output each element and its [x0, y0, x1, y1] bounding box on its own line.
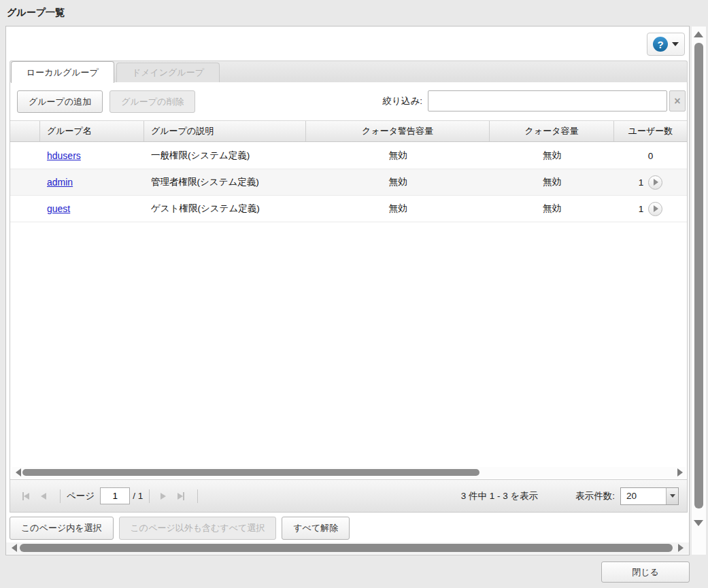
last-page-button — [173, 489, 188, 504]
filter-group: 絞り込み: × — [383, 90, 686, 111]
scrollbar-thumb[interactable] — [20, 544, 673, 552]
per-page-value: 20 — [626, 491, 637, 501]
per-page-select[interactable]: 20 — [620, 487, 679, 505]
next-page-button — [156, 489, 171, 504]
group-description: 一般権限(システム定義) — [144, 150, 306, 162]
selection-buttons: このページ内を選択 このページ以外も含むすべて選択 すべて解除 — [10, 517, 350, 540]
table-row: hdusers 一般権限(システム定義) 無効 無効 0 — [10, 143, 687, 169]
group-list-dialog: ? ローカルグループ ドメイングループ グループの追加 グループの削除 絞り込み… — [5, 26, 690, 555]
table-row: guest ゲスト権限(システム定義) 無効 無効 1 — [10, 196, 687, 222]
quota-warning-value: 無効 — [306, 150, 490, 162]
help-button[interactable]: ? — [647, 33, 685, 56]
pagination-bar: ページ / 1 3 件中 1 - 3 を表示 表示件数: 20 — [10, 479, 687, 512]
tab-local-groups[interactable]: ローカルグループ — [11, 61, 114, 83]
quota-value: 無効 — [490, 150, 614, 162]
first-page-icon — [24, 493, 29, 500]
column-header-quota[interactable]: クォータ容量 — [490, 121, 614, 141]
deselect-all-button[interactable]: すべて解除 — [282, 517, 350, 540]
prev-page-button — [36, 489, 51, 504]
close-icon: × — [674, 95, 680, 107]
page-title: グループ一覧 — [7, 7, 65, 19]
column-header-description[interactable]: グループの説明 — [144, 121, 306, 141]
first-page-button — [18, 489, 33, 504]
play-icon — [654, 205, 658, 212]
group-description: 管理者権限(システム定義) — [144, 176, 306, 188]
expand-users-button[interactable] — [648, 175, 662, 190]
user-count: 1 — [639, 177, 644, 188]
separator — [149, 489, 150, 503]
play-icon — [654, 179, 658, 186]
column-header-user-count[interactable]: ユーザー数 — [614, 121, 687, 141]
select-all-button: このページ以外も含むすべて選択 — [119, 517, 277, 540]
scroll-up-icon[interactable] — [694, 31, 703, 37]
prev-page-icon — [41, 493, 46, 500]
page-label: ページ — [67, 490, 95, 502]
group-name-link[interactable]: guest — [47, 203, 70, 214]
scrollbar-thumb[interactable] — [22, 469, 479, 476]
scroll-right-icon[interactable] — [678, 544, 684, 552]
total-pages: / 1 — [133, 491, 143, 501]
delete-group-button: グループの削除 — [109, 90, 195, 113]
clear-filter-button: × — [669, 90, 686, 111]
scroll-left-icon[interactable] — [16, 468, 21, 477]
scrollbar-thumb[interactable] — [694, 43, 703, 508]
add-group-button[interactable]: グループの追加 — [17, 90, 103, 113]
separator — [197, 489, 198, 503]
next-page-icon — [161, 493, 166, 500]
local-groups-panel: グループの追加 グループの削除 絞り込み: × グループ名 グループの説明 クォ… — [10, 82, 688, 513]
tab-strip: ローカルグループ ドメイングループ — [10, 60, 688, 82]
table-body: hdusers 一般権限(システム定義) 無効 無効 0 admin 管理者権限… — [10, 143, 687, 222]
page-input[interactable] — [100, 487, 130, 504]
toolbar: グループの追加 グループの削除 絞り込み: × — [10, 82, 687, 120]
filter-input[interactable] — [428, 90, 667, 111]
column-header-quota-warning[interactable]: クォータ警告容量 — [306, 121, 490, 141]
per-page-label: 表示件数: — [575, 490, 615, 502]
tab-domain-groups: ドメイングループ — [116, 63, 220, 82]
last-page-icon — [183, 492, 184, 500]
column-header-name[interactable]: グループ名 — [40, 121, 144, 141]
group-name-link[interactable]: hdusers — [47, 150, 81, 161]
table-row: admin 管理者権限(システム定義) 無効 無効 1 — [10, 169, 687, 196]
per-page-group: 表示件数: 20 — [575, 487, 679, 505]
quota-warning-value: 無効 — [306, 203, 490, 215]
table-horizontal-scrollbar[interactable] — [12, 467, 686, 478]
quota-value: 無効 — [490, 203, 614, 215]
separator — [60, 489, 61, 503]
quota-value: 無効 — [490, 176, 614, 188]
last-page-icon — [178, 493, 183, 500]
dialog-horizontal-scrollbar[interactable] — [6, 542, 689, 554]
filter-label: 絞り込み: — [383, 95, 422, 107]
close-button[interactable]: 閉じる — [601, 561, 690, 583]
user-count: 1 — [639, 204, 644, 214]
scroll-left-icon[interactable] — [12, 544, 17, 552]
help-icon: ? — [653, 37, 668, 52]
scroll-down-icon[interactable] — [694, 520, 703, 526]
group-description: ゲスト権限(システム定義) — [144, 203, 306, 215]
chevron-down-icon — [670, 494, 675, 498]
pagination-status: 3 件中 1 - 3 を表示 — [461, 490, 539, 502]
expand-users-button[interactable] — [648, 202, 662, 216]
quota-warning-value: 無効 — [306, 176, 490, 188]
scroll-right-icon[interactable] — [677, 468, 683, 477]
column-header-select — [10, 121, 40, 141]
table-header: グループ名 グループの説明 クォータ警告容量 クォータ容量 ユーザー数 — [10, 120, 687, 142]
select-in-page-button[interactable]: このページ内を選択 — [10, 517, 114, 540]
group-name-link[interactable]: admin — [47, 177, 73, 188]
chevron-down-icon — [672, 42, 679, 46]
select-dropdown-button[interactable] — [666, 488, 678, 504]
user-count: 0 — [648, 151, 654, 161]
vertical-scrollbar[interactable] — [692, 27, 706, 555]
